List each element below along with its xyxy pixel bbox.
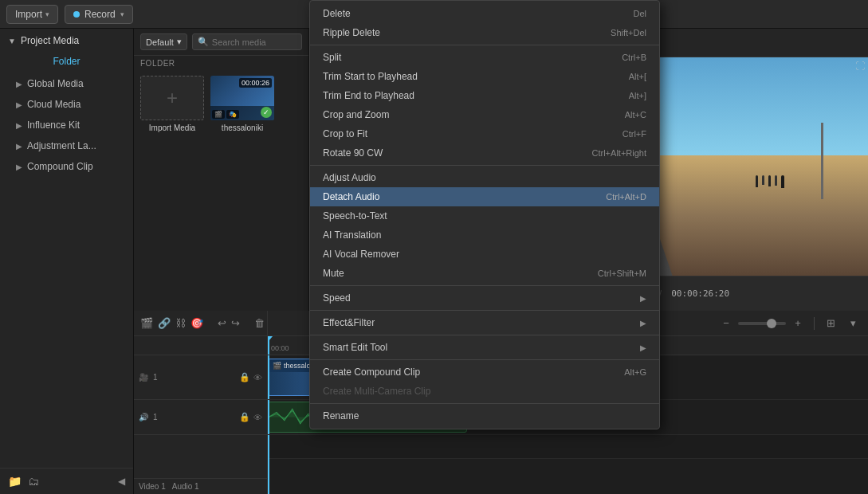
ctx-create-compound[interactable]: Create Compound Clip Alt+G (310, 363, 659, 382)
record-button[interactable]: Record ▾ (65, 5, 133, 24)
expand-overlay-icon: ⛶ (855, 61, 865, 72)
import-media-item[interactable]: + Import Media (140, 76, 204, 132)
ctx-smart-edit-label: Smart Edit Tool (323, 342, 387, 353)
ctx-speech-text-label: Speech-to-Text (323, 210, 387, 222)
ctx-crop-fit-label: Crop to Fit (323, 128, 367, 139)
ctx-ai-translation[interactable]: AI Translation (310, 225, 659, 245)
ctx-detach-audio-label: Detach Audio (323, 191, 379, 202)
person-silhouette (762, 175, 764, 185)
streetlight-pole (821, 123, 823, 199)
ruler-spacer (134, 336, 267, 355)
sidebar-arrow-icon: ▶ (16, 142, 22, 151)
ctx-create-compound-label: Create Compound Clip (323, 367, 420, 378)
empty-track-row (268, 435, 868, 459)
new-folder-icon[interactable]: 📁 (8, 475, 22, 488)
ctx-separator-2 (310, 165, 659, 166)
ctx-ai-translation-label: AI Translation (323, 229, 381, 241)
video-media-item[interactable]: 00:00:26 🎬 🎭 ✓ thessaloniki (210, 76, 274, 132)
ctx-crop-fit[interactable]: Crop to Fit Ctrl+F (310, 124, 659, 143)
more-options-button[interactable]: ▾ (844, 315, 862, 332)
project-media-arrow-icon: ▼ (8, 37, 16, 45)
unlink-button[interactable]: ⛓ (175, 315, 186, 332)
ctx-effect-filter-arrow-icon: ▶ (640, 319, 646, 327)
sidebar-collapse-button[interactable]: ◀ (118, 476, 125, 487)
video-track-number: 1 (153, 373, 158, 382)
zoom-slider-thumb (767, 319, 776, 328)
import-chevron-icon: ▾ (45, 10, 49, 18)
ctx-trim-end-label: Trim End to Playhead (323, 90, 414, 101)
ctx-ai-vocal[interactable]: AI Vocal Remover (310, 245, 659, 264)
ctx-adjust-audio[interactable]: Adjust Audio (310, 168, 659, 187)
audio-eye-button[interactable]: 👁 (253, 412, 262, 422)
sidebar-item-influence-kit[interactable]: ▶ Influence Kit (0, 115, 133, 135)
undo-button[interactable]: ↩ (218, 315, 226, 332)
ctx-rename-label: Rename (323, 410, 359, 421)
search-box: 🔍 (192, 33, 302, 50)
ctx-detach-audio[interactable]: Detach Audio Ctrl+Alt+D (310, 187, 659, 206)
tracks-left-panel: 🎬 🔗 ⛓ 🎯 ↩ ↪ 🗑 ✂ ⊡ T ▭ 🎥 (134, 311, 268, 494)
ctx-speech-text[interactable]: Speech-to-Text (310, 206, 659, 225)
redo-button[interactable]: ↪ (231, 315, 240, 332)
ctx-smart-edit[interactable]: Smart Edit Tool ▶ (310, 338, 659, 357)
ctx-rotate-label: Rotate 90 CW (323, 147, 383, 159)
ctx-mute[interactable]: Mute Ctrl+Shift+M (310, 264, 659, 283)
zoom-slider[interactable] (738, 322, 786, 325)
ctx-ripple-delete[interactable]: Ripple Delete Shift+Del (310, 23, 659, 42)
view-select-dropdown[interactable]: Default ▾ (140, 33, 187, 50)
import-media-label: Import Media (149, 124, 195, 132)
delete-button[interactable]: 🗑 (254, 315, 265, 332)
zoom-in-button[interactable]: + (789, 315, 807, 332)
ctx-trim-start-label: Trim Start to Playhead (323, 71, 418, 82)
link-button[interactable]: 🔗 (158, 315, 171, 332)
ctx-effect-filter[interactable]: Effect&Filter ▶ (310, 313, 659, 332)
audio-lock-button[interactable]: 🔒 (239, 412, 250, 422)
folder-label: Folder (0, 53, 133, 73)
ctx-create-multicam-label: Create Multi-Camera Clip (323, 386, 430, 397)
playhead-audio (268, 400, 269, 434)
zoom-out-button[interactable]: − (717, 315, 735, 332)
grid-view-button[interactable]: ⊞ (822, 315, 839, 332)
ctx-separator-5 (310, 335, 659, 335)
ctx-split[interactable]: Split Ctrl+B (310, 48, 659, 67)
sidebar-item-adjustment-la[interactable]: ▶ Adjustment La... (0, 135, 133, 156)
view-select-chevron-icon: ▾ (177, 37, 182, 47)
video-check-icon: ✓ (261, 107, 272, 118)
ctx-delete[interactable]: Delete Del (310, 4, 659, 23)
track-bottom-info: Video 1 Audio 1 (134, 478, 267, 494)
search-input[interactable] (212, 37, 297, 47)
ctx-speed[interactable]: Speed ▶ (310, 288, 659, 308)
folder-section-label: FOLDER (134, 56, 308, 69)
ctx-rename[interactable]: Rename (310, 406, 659, 425)
sidebar-item-cloud-media[interactable]: ▶ Cloud Media (0, 94, 133, 115)
video-track-controls: 🔒 👁 (239, 372, 262, 382)
sidebar-item-label: Compound Clip (27, 161, 93, 172)
view-select-label: Default (146, 37, 174, 47)
ctx-speed-label: Speed (323, 292, 351, 304)
sidebar-item-global-media[interactable]: ▶ Global Media (0, 73, 133, 94)
video-duration-badge: 00:00:26 (239, 78, 272, 88)
add-item-icon[interactable]: 🗂 (28, 475, 39, 488)
video-media-thumb: 00:00:26 🎬 🎭 ✓ (210, 76, 274, 120)
ctx-crop-zoom[interactable]: Crop and Zoom Alt+C (310, 105, 659, 124)
media-grid: + Import Media 00:00:26 🎬 🎭 ✓ (134, 69, 308, 139)
import-button[interactable]: Import ▾ (6, 5, 58, 24)
ctx-ai-vocal-label: AI Vocal Remover (323, 249, 399, 260)
video-lock-button[interactable]: 🔒 (239, 372, 250, 382)
ctx-trim-start[interactable]: Trim Start to Playhead Alt+[ (310, 67, 659, 86)
multi-select-button[interactable]: 🎯 (190, 315, 203, 332)
add-media-button[interactable]: 🎬 (140, 315, 153, 332)
context-menu: Delete Del Ripple Delete Shift+Del Split… (309, 0, 660, 429)
ctx-delete-label-group: Delete (323, 8, 351, 19)
ctx-rotate[interactable]: Rotate 90 CW Ctrl+Alt+Right (310, 143, 659, 163)
audio-track-left: 🔊 1 🔒 👁 (134, 400, 267, 435)
ctx-separator-4 (310, 310, 659, 311)
ctx-trim-end[interactable]: Trim End to Playhead Alt+] (310, 86, 659, 105)
sidebar-arrow-icon: ▶ (16, 163, 22, 171)
video-eye-button[interactable]: 👁 (253, 372, 262, 382)
project-media-header[interactable]: ▼ Project Media (0, 29, 133, 53)
ctx-adjust-audio-label: Adjust Audio (323, 172, 376, 183)
person-silhouette (768, 175, 771, 186)
sidebar-item-compound-clip[interactable]: ▶ Compound Clip (0, 156, 133, 177)
ctx-mute-shortcut: Ctrl+Shift+M (598, 269, 646, 278)
ctx-speed-arrow-icon: ▶ (640, 294, 646, 303)
